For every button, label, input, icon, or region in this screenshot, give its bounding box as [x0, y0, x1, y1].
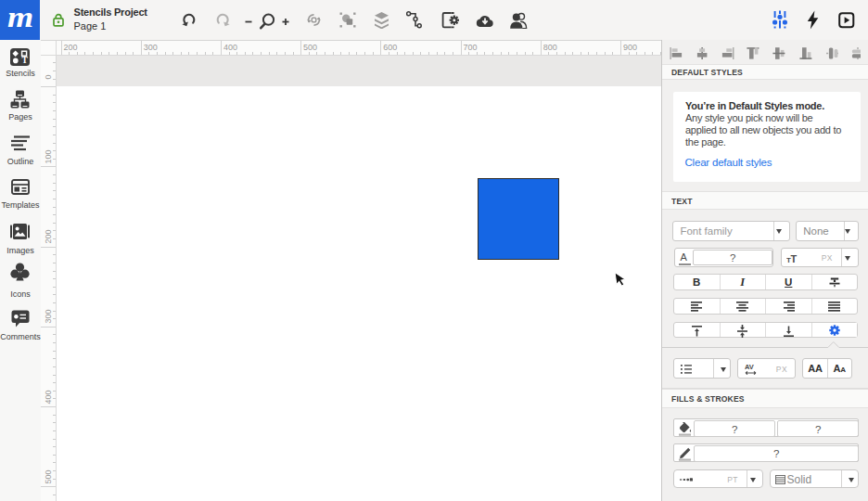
svg-text:AV: AV — [745, 363, 754, 371]
svg-text:T: T — [21, 56, 28, 65]
svg-text:T: T — [790, 253, 797, 264]
